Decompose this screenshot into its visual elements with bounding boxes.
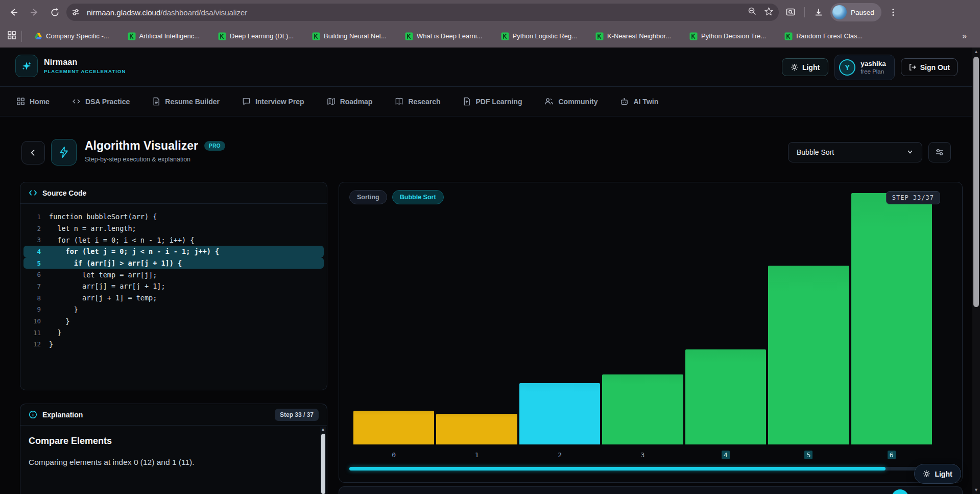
download-icon[interactable] [810, 4, 827, 21]
nav-item-ai-twin[interactable]: AI Twin [620, 97, 658, 106]
line-text: for (let i = 0; i < n - 1; i++) { [49, 236, 194, 244]
nav-item-resume-builder[interactable]: Resume Builder [152, 97, 220, 106]
line-text: } [49, 317, 70, 325]
green-doc-icon [312, 32, 320, 40]
step-counter-badge: STEP 33/37 [886, 191, 940, 204]
nav-item-interview-prep[interactable]: Interview Prep [242, 97, 304, 106]
code-line: 7 arr[j] = arr[j + 1]; [23, 280, 324, 292]
explanation-scroll-thumb[interactable] [321, 434, 325, 494]
nav-item-label: Interview Prep [255, 98, 304, 106]
bookmark-item[interactable]: K-Nearest Neighbor... [590, 30, 676, 42]
url-text[interactable]: nirmaan.gladsw.cloud/dashboard/dsa/visua… [87, 8, 744, 17]
array-bar-5 [768, 266, 849, 444]
nav-item-research[interactable]: Research [395, 97, 440, 106]
explanation-scrollbar[interactable]: ▲ [320, 427, 326, 494]
brand-logo-icon[interactable] [15, 55, 38, 77]
bookmark-item[interactable]: Deep Learning (DL)... [213, 30, 299, 42]
algorithm-select[interactable]: Bubble Sort [788, 142, 922, 162]
nav-item-pdf-learning[interactable]: PDF Learning [463, 97, 522, 106]
brand-tagline: PLACEMENT ACCELERATION [44, 68, 126, 74]
user-plan: free Plan [861, 68, 886, 75]
page-back-button[interactable] [21, 141, 45, 164]
home-icon [16, 97, 25, 106]
bar-index-label: 6 [851, 451, 932, 459]
scroll-up-icon[interactable]: ▲ [972, 48, 980, 56]
file-up-icon [463, 97, 471, 106]
bar-index-label: 3 [602, 451, 683, 459]
bookmark-item[interactable]: What is Deep Learni... [400, 30, 488, 42]
bookmark-label: Random Forest Clas... [796, 32, 863, 40]
bookmark-item[interactable]: Random Forest Clas... [779, 30, 868, 42]
bookmark-label: K-Nearest Neighbor... [607, 32, 671, 40]
site-settings-icon[interactable] [68, 5, 83, 19]
line-text: } [49, 305, 78, 314]
step-progress-track[interactable] [349, 467, 952, 471]
nav-item-community[interactable]: Community [544, 97, 597, 106]
line-text: let n = arr.length; [49, 224, 136, 232]
tab-search-icon[interactable] [782, 4, 799, 21]
address-bar[interactable]: nirmaan.gladsw.cloud/dashboard/dsa/visua… [66, 4, 779, 21]
bolt-icon [58, 146, 70, 158]
green-doc-icon [218, 32, 226, 40]
apps-grid-icon[interactable] [7, 31, 16, 42]
user-card[interactable]: Y yashika free Plan [834, 55, 895, 80]
line-number: 9 [28, 305, 41, 313]
bookmark-star-icon[interactable] [764, 7, 774, 18]
line-text: function bubbleSort(arr) { [49, 213, 157, 221]
code-line: 2 let n = arr.length; [23, 223, 324, 234]
reload-icon[interactable] [46, 4, 63, 21]
line-number: 2 [28, 225, 41, 232]
green-doc-icon [405, 32, 413, 40]
back-icon[interactable] [5, 4, 22, 21]
nav-item-home[interactable]: Home [16, 97, 50, 106]
nav-item-label: Research [408, 98, 440, 106]
green-doc-icon [595, 32, 604, 40]
nav-item-label: AI Twin [633, 98, 658, 106]
bookmark-item[interactable]: Python Logistic Reg... [496, 30, 582, 42]
code-line: 9 } [23, 304, 324, 316]
sliders-icon [935, 148, 944, 157]
floating-theme-button[interactable]: Light [914, 464, 961, 484]
scroll-up-icon[interactable]: ▲ [320, 427, 326, 433]
nav-item-label: DSA Practice [85, 98, 130, 106]
bookmark-item[interactable]: Artificial Intelligenc... [123, 30, 205, 42]
green-doc-icon [689, 32, 698, 40]
array-bar-1 [436, 414, 517, 444]
bar-index-label: 4 [685, 451, 766, 459]
screen: nirmaan.gladsw.cloud/dashboard/dsa/visua… [0, 0, 980, 494]
nav-item-roadmap[interactable]: Roadmap [327, 97, 373, 106]
theme-toggle-button[interactable]: Light [782, 58, 828, 76]
page-scroll-thumb[interactable] [973, 57, 979, 307]
info-icon [29, 410, 37, 419]
bookmark-item[interactable]: Building Neural Net... [307, 30, 392, 42]
code-line: 3 for (let i = 0; i < n - 1; i++) { [23, 234, 324, 246]
bookmark-item[interactable]: Company Specific -... [29, 30, 114, 42]
line-number: 5 [28, 260, 41, 267]
drive-icon [34, 32, 42, 40]
page-scrollbar[interactable]: ▲ ▼ [972, 48, 980, 494]
line-text: arr[j] = arr[j + 1]; [49, 282, 165, 290]
menu-kebab-icon[interactable] [885, 4, 902, 21]
sign-out-button[interactable]: Sign Out [901, 58, 958, 76]
bookmark-label: Building Neural Net... [324, 32, 387, 40]
bar-index-label: 0 [353, 451, 434, 459]
visualizer-settings-button[interactable] [928, 142, 951, 162]
code-line: 5 if (arr[j] > arr[j + 1]) { [23, 257, 324, 269]
bookmarks-overflow-icon[interactable]: » [956, 32, 973, 41]
play-fab-cutoff[interactable] [892, 489, 909, 494]
code-icon [72, 97, 81, 106]
profile-button[interactable]: Paused [830, 3, 881, 21]
nav-item-dsa-practice[interactable]: DSA Practice [72, 97, 130, 106]
app-header: Nirmaan PLACEMENT ACCELERATION Light Y y… [0, 48, 980, 87]
chat-icon [242, 97, 251, 106]
scroll-down-icon[interactable]: ▼ [972, 486, 980, 494]
user-avatar: Y [839, 59, 855, 76]
nav-item-label: Community [558, 98, 597, 106]
nav-item-label: Resume Builder [165, 98, 220, 106]
line-number: 1 [28, 213, 41, 221]
zoom-out-icon[interactable] [748, 7, 757, 18]
forward-icon[interactable] [26, 4, 43, 21]
bookmark-item[interactable]: Python Decision Tre... [684, 30, 771, 42]
bookmark-label: Deep Learning (DL)... [230, 32, 294, 40]
bar-index-label: 2 [519, 451, 600, 459]
